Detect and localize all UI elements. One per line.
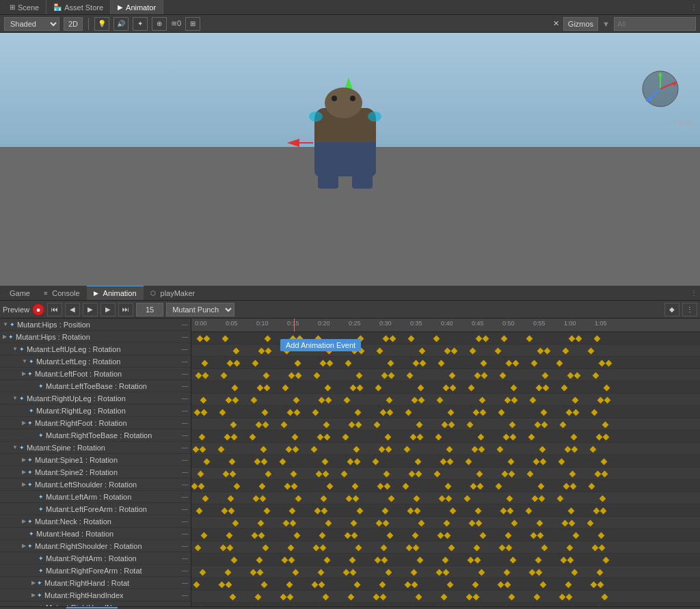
keyframe-diamond[interactable]: [234, 360, 241, 366]
keyframe-diamond[interactable]: [479, 396, 486, 403]
keyframe-diamond[interactable]: [450, 384, 457, 391]
keyframe-diamond[interactable]: [598, 532, 605, 539]
keyframe-diamond[interactable]: [444, 347, 451, 354]
keyframe-diamond[interactable]: [355, 409, 362, 416]
keyframe-diamond[interactable]: [350, 569, 357, 576]
keyframe-diamond[interactable]: [221, 507, 228, 514]
timeline-row[interactable]: [191, 394, 700, 406]
keyframe-diamond[interactable]: [355, 544, 362, 551]
keyframe-diamond[interactable]: [228, 495, 234, 502]
keyframe-diamond[interactable]: [408, 335, 415, 342]
track-visibility-icon[interactable]: —: [182, 420, 188, 427]
keyframe-diamond[interactable]: [498, 409, 505, 416]
keyframe-diamond[interactable]: [373, 458, 379, 465]
keyframe-diamond[interactable]: [319, 532, 326, 539]
keyframe-diamond[interactable]: [599, 544, 606, 551]
keyframe-diamond[interactable]: [442, 421, 448, 428]
keyframe-diamond[interactable]: [510, 433, 517, 440]
keyframe-diamond[interactable]: [349, 556, 356, 563]
keyframe-diamond[interactable]: [595, 606, 602, 606]
keyframe-diamond[interactable]: [405, 409, 412, 416]
keyframe-diamond[interactable]: [466, 593, 473, 600]
frame-number-input[interactable]: 15: [136, 303, 163, 316]
track-item[interactable]: ✦Mutant:RightLeg : Rotation—: [0, 405, 191, 417]
track-item[interactable]: ▼✦Mutant:Hips : Position—: [0, 319, 191, 331]
keyframe-diamond[interactable]: [470, 483, 477, 489]
keyframe-diamond[interactable]: [380, 409, 387, 416]
keyframe-diamond[interactable]: [258, 532, 265, 539]
keyframe-diamond[interactable]: [413, 544, 420, 551]
keyframe-diamond[interactable]: [450, 507, 457, 514]
keyframe-diamond[interactable]: [478, 433, 485, 440]
keyframe-diamond[interactable]: [406, 544, 413, 551]
keyframe-diamond[interactable]: [436, 569, 443, 576]
track-visibility-icon[interactable]: —: [182, 481, 188, 488]
keyframe-diamond[interactable]: [535, 606, 541, 606]
keyframe-diamond[interactable]: [600, 507, 607, 514]
keyframe-diamond[interactable]: [438, 532, 444, 539]
keyframe-diamond[interactable]: [293, 396, 300, 403]
keyframe-diamond[interactable]: [447, 458, 454, 465]
keyframe-diamond[interactable]: [227, 544, 234, 551]
keyframe-diamond[interactable]: [419, 347, 426, 354]
keyframe-diamond[interactable]: [541, 409, 548, 416]
keyframe-diamond[interactable]: [321, 495, 327, 502]
keyframe-diamond[interactable]: [283, 519, 290, 526]
keyframe-diamond[interactable]: [418, 396, 425, 403]
keyframe-diamond[interactable]: [290, 519, 297, 526]
keyframe-diamond[interactable]: [351, 519, 358, 526]
keyframe-diamond[interactable]: [467, 421, 474, 428]
keyframe-diamond[interactable]: [535, 556, 542, 563]
bottom-options-icon[interactable]: ⋮: [690, 289, 697, 297]
keyframe-diamond[interactable]: [412, 581, 418, 588]
keyframe-diamond[interactable]: [373, 593, 380, 600]
keyframe-diamond[interactable]: [385, 433, 392, 440]
keyframe-diamond[interactable]: [349, 606, 355, 606]
track-expand-icon[interactable]: ▼: [22, 358, 27, 364]
timeline-row[interactable]: [191, 504, 700, 517]
track-visibility-icon[interactable]: —: [182, 555, 188, 562]
tab-scene[interactable]: ⊞ Scene: [3, 0, 46, 14]
keyframe-diamond[interactable]: [526, 335, 533, 342]
keyframe-diamond[interactable]: [356, 372, 363, 379]
keyframe-diamond[interactable]: [194, 409, 201, 416]
keyframe-diamond[interactable]: [232, 396, 239, 403]
timeline-row[interactable]: [191, 554, 700, 566]
keyframe-diamond[interactable]: [602, 593, 608, 600]
track-item[interactable]: ✦Mutant:LeftForeArm : Rotation—: [0, 503, 191, 515]
keyframe-diamond[interactable]: [193, 446, 200, 452]
keyframe-diamond[interactable]: [602, 421, 609, 428]
keyframe-diamond[interactable]: [375, 556, 381, 563]
keyframe-diamond[interactable]: [403, 483, 409, 489]
keyframe-diamond[interactable]: [201, 532, 208, 539]
timeline-row[interactable]: [191, 344, 700, 357]
keyframe-diamond[interactable]: [318, 569, 325, 576]
timeline-playhead[interactable]: [294, 319, 295, 331]
keyframe-diamond[interactable]: [569, 470, 576, 477]
keyframe-diamond[interactable]: [501, 335, 508, 342]
keyframe-diamond[interactable]: [264, 507, 271, 514]
keyframe-diamond[interactable]: [291, 483, 298, 489]
timeline-ruler[interactable]: 0:000:050:100:150:200:250:300:350:400:45…: [191, 319, 700, 332]
audio-icon-btn[interactable]: 🔊: [113, 17, 129, 31]
keyframe-diamond[interactable]: [591, 581, 597, 588]
keyframe-diamond[interactable]: [445, 483, 452, 489]
keyframe-diamond[interactable]: [262, 544, 269, 551]
keyframe-diamond[interactable]: [323, 470, 329, 477]
keyframe-diamond[interactable]: [355, 421, 362, 428]
keyframe-diamond[interactable]: [451, 347, 458, 354]
keyframe-diamond[interactable]: [280, 593, 287, 600]
keyframe-diamond[interactable]: [204, 458, 211, 465]
effects-icon-btn[interactable]: ✦: [133, 17, 148, 31]
keyframe-diamond[interactable]: [379, 581, 386, 588]
add-animation-event-button[interactable]: Add Animation Event: [280, 339, 361, 351]
track-expand-icon[interactable]: ▼: [12, 444, 18, 450]
keyframe-diamond[interactable]: [200, 569, 206, 576]
keyframe-diamond[interactable]: [568, 507, 575, 514]
keyframe-diamond[interactable]: [505, 532, 512, 539]
keyframe-diamond[interactable]: [567, 556, 574, 563]
keyframe-diamond[interactable]: [265, 470, 272, 477]
keyframe-diamond[interactable]: [260, 495, 267, 502]
keyframe-diamond[interactable]: [412, 396, 418, 403]
keyframe-diamond[interactable]: [353, 495, 360, 502]
